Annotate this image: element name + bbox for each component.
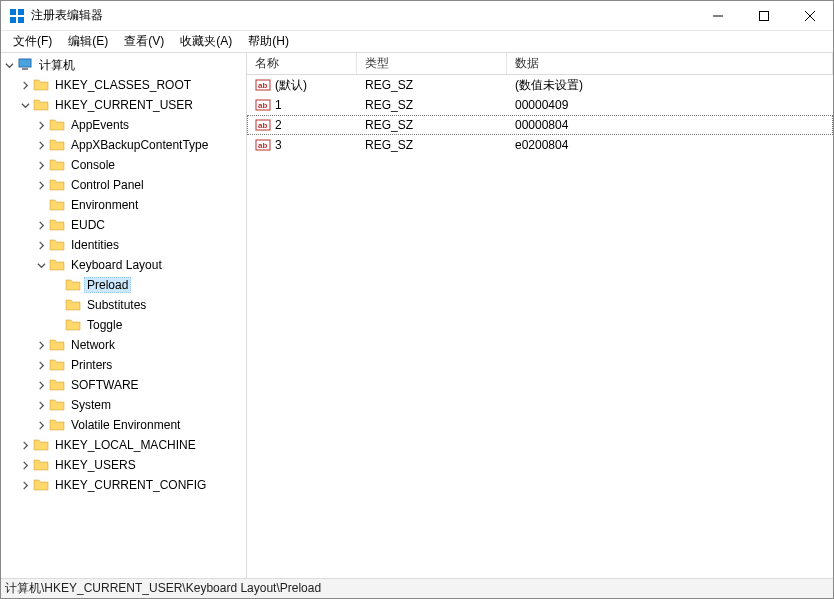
tree-console[interactable]: Console: [1, 155, 246, 175]
svg-rect-5: [19, 59, 31, 67]
chevron-right-icon[interactable]: [33, 377, 49, 393]
tree-label: HKEY_CURRENT_USER: [52, 98, 196, 112]
value-type: REG_SZ: [365, 138, 413, 152]
value-type: REG_SZ: [365, 118, 413, 132]
column-data[interactable]: 数据: [507, 53, 833, 74]
tree-label: System: [68, 398, 114, 412]
chevron-right-icon[interactable]: [17, 477, 33, 493]
list-body[interactable]: ab(默认) REG_SZ (数值未设置) ab1 REG_SZ 0000040…: [247, 75, 833, 578]
tree-twisty-none: [49, 297, 65, 313]
folder-icon: [49, 417, 65, 433]
folder-icon: [49, 397, 65, 413]
tree-label: AppXBackupContentType: [68, 138, 211, 152]
chevron-right-icon[interactable]: [17, 77, 33, 93]
list-row[interactable]: ab2 REG_SZ 00000804: [247, 115, 833, 135]
tree-hkcu[interactable]: HKEY_CURRENT_USER: [1, 95, 246, 115]
string-value-icon: ab: [255, 137, 271, 153]
menu-edit[interactable]: 编辑(E): [60, 31, 116, 52]
list-row[interactable]: ab1 REG_SZ 00000409: [247, 95, 833, 115]
tree-keyboardlayout[interactable]: Keyboard Layout: [1, 255, 246, 275]
list-row[interactable]: ab(默认) REG_SZ (数值未设置): [247, 75, 833, 95]
column-name[interactable]: 名称: [247, 53, 357, 74]
chevron-right-icon[interactable]: [33, 117, 49, 133]
string-value-icon: ab: [255, 117, 271, 133]
folder-icon: [65, 297, 81, 313]
folder-icon: [49, 137, 65, 153]
string-value-icon: ab: [255, 77, 271, 93]
titlebar: 注册表编辑器: [1, 1, 833, 31]
value-type: REG_SZ: [365, 98, 413, 112]
tree-controlpanel[interactable]: Control Panel: [1, 175, 246, 195]
menu-file[interactable]: 文件(F): [5, 31, 60, 52]
tree-label: EUDC: [68, 218, 108, 232]
chevron-right-icon[interactable]: [33, 217, 49, 233]
folder-icon: [49, 157, 65, 173]
list-row[interactable]: ab3 REG_SZ e0200804: [247, 135, 833, 155]
tree-volatileenv[interactable]: Volatile Environment: [1, 415, 246, 435]
tree-hklm[interactable]: HKEY_LOCAL_MACHINE: [1, 435, 246, 455]
maximize-button[interactable]: [741, 1, 787, 31]
tree-label: Volatile Environment: [68, 418, 183, 432]
svg-text:ab: ab: [258, 121, 267, 130]
svg-rect-4: [760, 11, 769, 20]
svg-rect-0: [10, 9, 16, 15]
list-pane: 名称 类型 数据 ab(默认) REG_SZ (数值未设置) ab1 REG_S…: [247, 53, 833, 578]
chevron-right-icon[interactable]: [33, 137, 49, 153]
tree-toggle[interactable]: Toggle: [1, 315, 246, 335]
tree-environment[interactable]: Environment: [1, 195, 246, 215]
tree-software[interactable]: SOFTWARE: [1, 375, 246, 395]
close-button[interactable]: [787, 1, 833, 31]
status-path: 计算机\HKEY_CURRENT_USER\Keyboard Layout\Pr…: [5, 580, 321, 597]
tree-system[interactable]: System: [1, 395, 246, 415]
chevron-down-icon[interactable]: [17, 97, 33, 113]
tree-label: Control Panel: [68, 178, 147, 192]
minimize-button[interactable]: [695, 1, 741, 31]
chevron-right-icon[interactable]: [17, 457, 33, 473]
tree-label: Preload: [84, 277, 131, 293]
value-name: (默认): [275, 77, 307, 94]
tree-label: HKEY_LOCAL_MACHINE: [52, 438, 199, 452]
tree-eudc[interactable]: EUDC: [1, 215, 246, 235]
tree-label: Substitutes: [84, 298, 149, 312]
tree-label: SOFTWARE: [68, 378, 142, 392]
folder-icon: [33, 477, 49, 493]
chevron-right-icon[interactable]: [33, 357, 49, 373]
svg-rect-1: [18, 9, 24, 15]
chevron-right-icon[interactable]: [33, 177, 49, 193]
chevron-right-icon[interactable]: [33, 157, 49, 173]
tree-network[interactable]: Network: [1, 335, 246, 355]
folder-icon: [33, 77, 49, 93]
app-icon: [9, 8, 25, 24]
value-type: REG_SZ: [365, 78, 413, 92]
tree-hkcr[interactable]: HKEY_CLASSES_ROOT: [1, 75, 246, 95]
tree-hkcc[interactable]: HKEY_CURRENT_CONFIG: [1, 475, 246, 495]
svg-text:ab: ab: [258, 141, 267, 150]
menu-help[interactable]: 帮助(H): [240, 31, 297, 52]
chevron-down-icon[interactable]: [1, 57, 17, 73]
menu-view[interactable]: 查看(V): [116, 31, 172, 52]
tree-preload[interactable]: Preload: [1, 275, 246, 295]
chevron-right-icon[interactable]: [33, 237, 49, 253]
chevron-down-icon[interactable]: [33, 257, 49, 273]
menu-favorites[interactable]: 收藏夹(A): [172, 31, 240, 52]
column-type[interactable]: 类型: [357, 53, 507, 74]
value-data: (数值未设置): [515, 77, 583, 94]
tree-pane[interactable]: 计算机HKEY_CLASSES_ROOTHKEY_CURRENT_USERApp…: [1, 53, 247, 578]
tree-identities[interactable]: Identities: [1, 235, 246, 255]
tree-substitutes[interactable]: Substitutes: [1, 295, 246, 315]
chevron-right-icon[interactable]: [33, 417, 49, 433]
chevron-right-icon[interactable]: [33, 337, 49, 353]
tree-label: HKEY_USERS: [52, 458, 139, 472]
tree-computer[interactable]: 计算机: [1, 55, 246, 75]
tree-printers[interactable]: Printers: [1, 355, 246, 375]
tree-hku[interactable]: HKEY_USERS: [1, 455, 246, 475]
tree-label: 计算机: [36, 57, 78, 74]
folder-icon: [49, 177, 65, 193]
tree-appxbackup[interactable]: AppXBackupContentType: [1, 135, 246, 155]
tree-appevents[interactable]: AppEvents: [1, 115, 246, 135]
value-data: 00000804: [515, 118, 568, 132]
tree-label: Printers: [68, 358, 115, 372]
chevron-right-icon[interactable]: [33, 397, 49, 413]
tree-label: Keyboard Layout: [68, 258, 165, 272]
chevron-right-icon[interactable]: [17, 437, 33, 453]
